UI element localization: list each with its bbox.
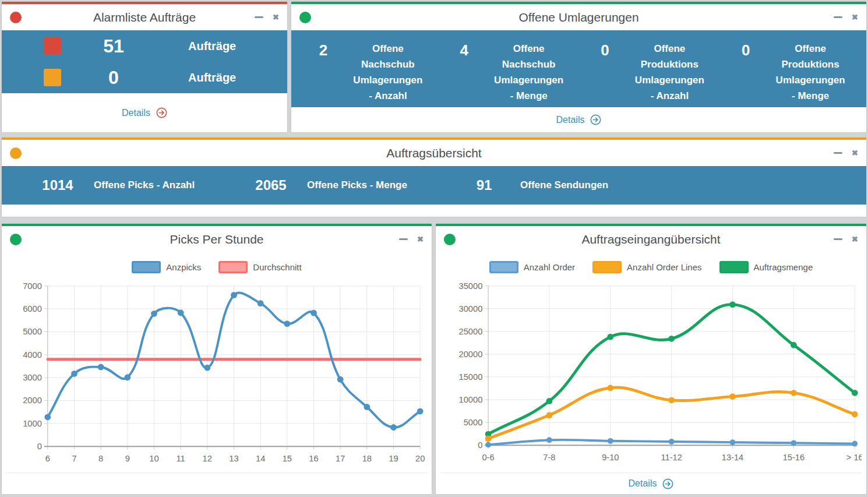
legend-swatch	[489, 261, 518, 273]
svg-text:7: 7	[72, 454, 76, 463]
svg-text:11: 11	[177, 454, 185, 463]
svg-text:7-8: 7-8	[543, 453, 555, 462]
status-dot-red	[10, 12, 22, 23]
minimize-icon[interactable]	[255, 16, 263, 18]
panel-header: Auftragseingangübersicht ✖	[436, 226, 866, 252]
svg-text:10: 10	[149, 454, 158, 463]
status-dot-green	[444, 234, 456, 245]
page-title: Auftragseingangübersicht	[471, 232, 831, 246]
stat-value: 51	[61, 36, 166, 57]
stat-label: Offene Sendungen	[520, 179, 608, 191]
stat-label: Offene Nachschub Umlagerungen - Menge	[485, 41, 573, 104]
svg-text:9: 9	[125, 454, 130, 463]
orange-square-icon	[44, 69, 61, 86]
window-controls: ✖	[834, 13, 858, 21]
stat-value: 91	[451, 177, 517, 193]
panel-header: Alarmliste Aufträge ✖	[2, 4, 287, 30]
panel-footer: Details	[2, 93, 287, 132]
svg-text:30000: 30000	[459, 304, 483, 313]
page-title: Picks Per Stunde	[37, 232, 397, 246]
window-controls: ✖	[834, 149, 858, 157]
details-link[interactable]: Details	[629, 478, 657, 489]
panel-header: Picks Per Stunde ✖	[2, 226, 432, 252]
chart-container: AnzpicksDurchschnitt 0100020003000400050…	[2, 252, 432, 494]
legend-item[interactable]: Anzahl Order Lines	[592, 261, 701, 273]
arrow-right-circle-icon[interactable]	[156, 107, 167, 118]
legend-label: Durchschnitt	[253, 262, 301, 272]
stat-group: 0 Offene Produktions Umlagerungen - Anza…	[579, 41, 720, 104]
minimize-icon[interactable]	[834, 16, 842, 18]
stat-group: 2065 Offene Picks - Menge	[238, 177, 451, 193]
window-controls: ✖	[834, 235, 858, 243]
middle-row: Auftragsübersicht ✖ 1014 Offene Picks - …	[1, 137, 867, 217]
stat-value: 4	[444, 41, 485, 104]
alarm-row: 0 Aufträge	[2, 62, 287, 93]
stat-label: Offene Picks - Menge	[307, 179, 407, 191]
close-icon[interactable]: ✖	[852, 13, 858, 21]
alarm-stats: 51 Aufträge 0 Aufträge	[2, 30, 287, 93]
minimize-icon[interactable]	[834, 238, 842, 240]
close-icon[interactable]: ✖	[417, 235, 424, 243]
minimize-icon[interactable]	[399, 238, 408, 240]
svg-text:17: 17	[336, 454, 345, 463]
svg-text:15: 15	[283, 454, 292, 463]
stat-label: Offene Produktions Umlagerungen - Menge	[766, 41, 855, 104]
stat-value: 0	[61, 67, 166, 89]
minimize-icon[interactable]	[834, 152, 842, 154]
svg-text:14: 14	[256, 454, 265, 463]
close-icon[interactable]: ✖	[852, 149, 858, 157]
close-icon[interactable]: ✖	[273, 13, 279, 21]
status-dot-green	[10, 234, 22, 245]
panel-footer: Details	[440, 473, 862, 494]
stat-label: Aufträge	[188, 71, 236, 84]
panel-alarmliste: Alarmliste Aufträge ✖ 51 Aufträge 0 Auft…	[1, 1, 288, 133]
auftragseingang-chart: 050001000015000200002500030000350000-67-…	[440, 277, 862, 469]
auftragsuebersicht-stats: 1014 Offene Picks - Anzahl 2065 Offene P…	[2, 166, 866, 205]
legend-item[interactable]: Anzahl Order	[489, 261, 575, 273]
svg-text:20000: 20000	[459, 350, 483, 359]
svg-text:19: 19	[389, 454, 398, 463]
svg-text:0: 0	[478, 440, 482, 450]
panel-auftragsuebersicht: Auftragsübersicht ✖ 1014 Offene Picks - …	[1, 137, 867, 217]
svg-text:13-14: 13-14	[722, 453, 743, 462]
svg-text:20: 20	[415, 454, 425, 463]
legend-item[interactable]: Durchschnitt	[218, 261, 301, 273]
details-link[interactable]: Details	[556, 115, 585, 125]
arrow-right-circle-icon[interactable]	[662, 478, 673, 489]
stat-group: 2 Offene Nachschub Umlagerungen - Anzahl	[297, 41, 438, 104]
svg-text:13: 13	[229, 454, 238, 463]
window-controls: ✖	[255, 13, 279, 21]
stat-value: 0	[584, 41, 625, 104]
alarm-row: 51 Aufträge	[2, 30, 287, 62]
svg-text:4000: 4000	[23, 350, 42, 359]
svg-text:35000: 35000	[459, 281, 483, 291]
stat-label: Offene Produktions Umlagerungen - Anzahl	[625, 41, 714, 104]
stat-label: Offene Nachschub Umlagerungen - Anzahl	[344, 41, 432, 104]
page-title: Alarmliste Aufträge	[37, 10, 252, 24]
panel-footer	[2, 205, 866, 217]
details-link[interactable]: Details	[122, 108, 150, 118]
page-title: Auftragsübersicht	[37, 146, 831, 160]
chart-legend: AnzpicksDurchschnitt	[6, 261, 427, 273]
svg-text:0-6: 0-6	[482, 453, 494, 462]
close-icon[interactable]: ✖	[852, 235, 858, 243]
panel-auftragseingang: Auftragseingangübersicht ✖ Anzahl OrderA…	[435, 223, 867, 495]
svg-text:8: 8	[98, 454, 103, 463]
legend-item[interactable]: Auftragsmenge	[719, 261, 813, 273]
status-dot-orange	[10, 147, 22, 159]
red-square-icon	[44, 37, 61, 55]
legend-item[interactable]: Anzpicks	[132, 261, 201, 273]
dashboard: Alarmliste Aufträge ✖ 51 Aufträge 0 Auft…	[0, 0, 868, 497]
stat-value: 1014	[25, 177, 90, 193]
svg-text:25000: 25000	[459, 327, 483, 336]
arrow-right-circle-icon[interactable]	[590, 114, 601, 125]
legend-swatch	[218, 261, 248, 273]
picks-per-stunde-chart: 0100020003000400050006000700067891011121…	[6, 277, 427, 470]
panel-footer	[6, 473, 427, 494]
svg-text:16: 16	[309, 454, 318, 463]
stat-group: 0 Offene Produktions Umlagerungen - Meng…	[719, 41, 860, 104]
window-controls: ✖	[399, 235, 424, 243]
chart-legend: Anzahl OrderAnzahl Order LinesAuftragsme…	[440, 261, 862, 273]
svg-text:1000: 1000	[23, 419, 42, 428]
panel-footer: Details	[291, 107, 866, 132]
